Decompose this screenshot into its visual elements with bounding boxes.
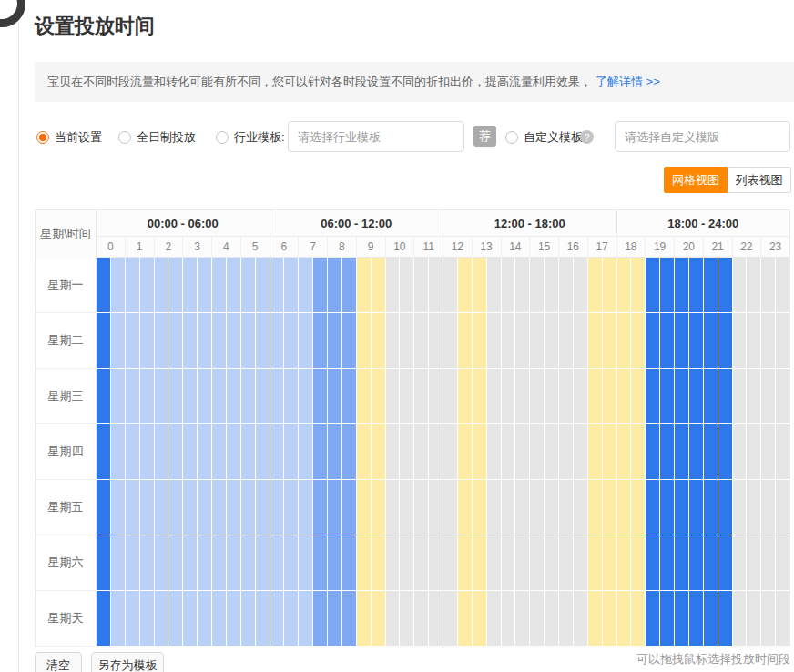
time-slot-cell[interactable]: [559, 535, 574, 591]
time-slot-cell[interactable]: [458, 424, 473, 480]
time-slot-cell[interactable]: [357, 591, 372, 647]
time-slot-cell[interactable]: [530, 535, 545, 591]
time-slot-cell[interactable]: [284, 424, 299, 480]
time-slot-cell[interactable]: [776, 424, 789, 480]
time-slot-cell[interactable]: [718, 480, 733, 535]
time-slot-cell[interactable]: [443, 369, 458, 424]
time-slot-cell[interactable]: [400, 535, 414, 591]
time-slot-cell[interactable]: [386, 369, 401, 424]
time-slot-cell[interactable]: [111, 535, 126, 591]
time-slot-cell[interactable]: [357, 535, 372, 591]
time-slot-cell[interactable]: [342, 313, 357, 369]
time-slot-cell[interactable]: [400, 480, 414, 535]
time-slot-cell[interactable]: [386, 480, 401, 535]
time-slot-cell[interactable]: [372, 313, 386, 369]
time-slot-cell[interactable]: [646, 480, 660, 535]
time-slot-cell[interactable]: [299, 591, 313, 647]
time-slot-cell[interactable]: [588, 591, 603, 647]
time-slot-cell[interactable]: [530, 313, 545, 369]
time-slot-cell[interactable]: [574, 424, 588, 480]
time-slot-cell[interactable]: [270, 258, 285, 313]
time-slot-cell[interactable]: [328, 313, 342, 369]
time-slot-cell[interactable]: [704, 591, 718, 647]
time-slot-cell[interactable]: [212, 591, 227, 647]
time-slot-cell[interactable]: [328, 480, 342, 535]
time-slot-cell[interactable]: [545, 313, 559, 369]
time-slot-cell[interactable]: [241, 480, 256, 535]
time-slot-cell[interactable]: [372, 369, 386, 424]
time-slot-cell[interactable]: [328, 591, 342, 647]
time-slot-cell[interactable]: [704, 369, 718, 424]
time-slot-cell[interactable]: [313, 424, 328, 480]
time-slot-cell[interactable]: [675, 313, 689, 369]
time-slot-cell[interactable]: [270, 313, 285, 369]
time-slot-cell[interactable]: [284, 369, 299, 424]
time-slot-cell[interactable]: [429, 480, 443, 535]
time-slot-cell[interactable]: [458, 369, 473, 424]
time-slot-cell[interactable]: [545, 258, 559, 313]
time-slot-cell[interactable]: [559, 313, 574, 369]
time-slot-cell[interactable]: [227, 313, 241, 369]
time-slot-cell[interactable]: [704, 535, 718, 591]
time-slot-cell[interactable]: [443, 424, 458, 480]
time-slot-cell[interactable]: [718, 424, 733, 480]
time-slot-cell[interactable]: [473, 313, 487, 369]
time-slot-cell[interactable]: [487, 369, 502, 424]
time-slot-cell[interactable]: [502, 258, 516, 313]
time-slot-cell[interactable]: [342, 258, 357, 313]
time-slot-cell[interactable]: [400, 591, 414, 647]
time-slot-cell[interactable]: [617, 480, 632, 535]
time-slot-cell[interactable]: [559, 258, 574, 313]
time-slot-cell[interactable]: [241, 313, 256, 369]
time-slot-cell[interactable]: [429, 313, 443, 369]
time-slot-cell[interactable]: [126, 535, 140, 591]
time-slot-cell[interactable]: [198, 480, 212, 535]
time-slot-cell[interactable]: [689, 480, 704, 535]
time-slot-cell[interactable]: [342, 480, 357, 535]
time-slot-cell[interactable]: [689, 535, 704, 591]
time-slot-cell[interactable]: [111, 424, 126, 480]
time-slot-cell[interactable]: [761, 591, 776, 647]
time-slot-cell[interactable]: [140, 424, 155, 480]
time-slot-cell[interactable]: [386, 258, 401, 313]
time-slot-cell[interactable]: [299, 424, 313, 480]
time-slot-cell[interactable]: [559, 424, 574, 480]
time-slot-cell[interactable]: [646, 313, 660, 369]
time-slot-cell[interactable]: [241, 424, 256, 480]
time-slot-cell[interactable]: [313, 313, 328, 369]
radio-full-day[interactable]: 全日制投放: [118, 129, 196, 146]
time-slot-cell[interactable]: [530, 591, 545, 647]
time-slot-cell[interactable]: [241, 591, 256, 647]
time-slot-cell[interactable]: [270, 591, 285, 647]
time-slot-cell[interactable]: [559, 369, 574, 424]
time-slot-cell[interactable]: [183, 480, 198, 535]
time-slot-cell[interactable]: [473, 535, 487, 591]
time-slot-cell[interactable]: [574, 258, 588, 313]
time-slot-cell[interactable]: [487, 535, 502, 591]
time-slot-cell[interactable]: [126, 591, 140, 647]
time-slot-cell[interactable]: [256, 591, 270, 647]
time-slot-cell[interactable]: [631, 369, 646, 424]
time-slot-cell[interactable]: [617, 369, 632, 424]
time-slot-cell[interactable]: [530, 258, 545, 313]
time-slot-cell[interactable]: [487, 591, 502, 647]
time-slot-cell[interactable]: [299, 258, 313, 313]
time-slot-cell[interactable]: [675, 424, 689, 480]
time-slot-cell[interactable]: [502, 591, 516, 647]
time-slot-cell[interactable]: [284, 535, 299, 591]
time-slot-cell[interactable]: [111, 313, 126, 369]
time-slot-cell[interactable]: [530, 369, 545, 424]
time-slot-cell[interactable]: [400, 258, 414, 313]
time-slot-cell[interactable]: [515, 424, 530, 480]
time-slot-cell[interactable]: [646, 258, 660, 313]
time-slot-cell[interactable]: [588, 313, 603, 369]
time-slot-cell[interactable]: [328, 369, 342, 424]
time-slot-cell[interactable]: [574, 369, 588, 424]
time-slot-cell[interactable]: [168, 480, 183, 535]
time-slot-cell[interactable]: [761, 313, 776, 369]
time-slot-cell[interactable]: [126, 480, 140, 535]
list-view-button[interactable]: 列表视图: [728, 167, 791, 193]
time-slot-cell[interactable]: [689, 258, 704, 313]
time-slot-cell[interactable]: [675, 591, 689, 647]
time-slot-cell[interactable]: [747, 424, 761, 480]
